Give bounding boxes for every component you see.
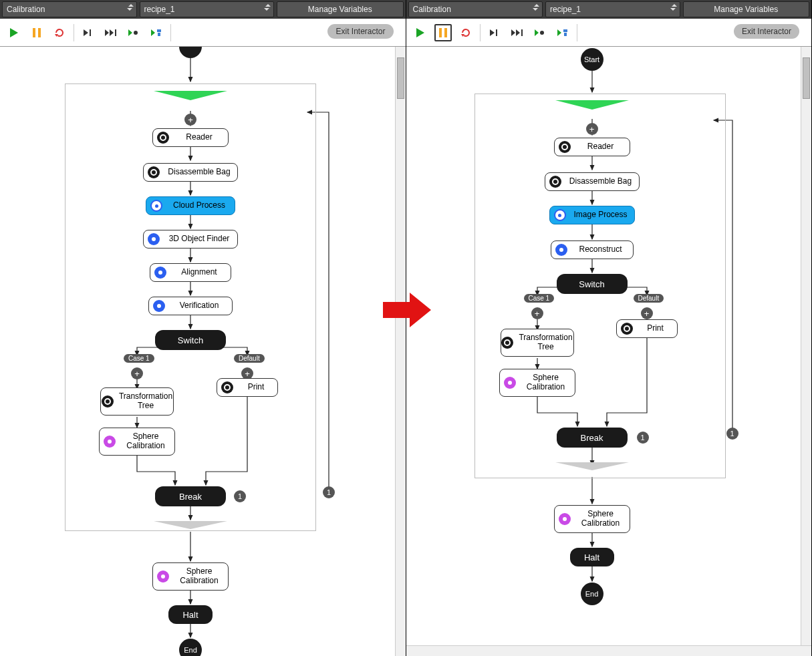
svg-marker-38	[535, 29, 539, 36]
process-icon	[554, 209, 566, 221]
vertical-scrollbar[interactable]	[395, 47, 406, 656]
project-dropdown-label: Calibration	[7, 5, 45, 14]
project-dropdown[interactable]: Calibration	[408, 1, 543, 17]
sphere-calibration-node[interactable]: Sphere Calibration	[499, 369, 575, 397]
svg-marker-9	[128, 29, 132, 36]
recipe-dropdown-label: recipe_1	[144, 5, 175, 14]
svg-marker-35	[511, 29, 515, 36]
step-to-cursor-button[interactable]	[531, 24, 549, 41]
svg-rect-30	[439, 28, 442, 37]
print-node[interactable]: Print	[217, 378, 278, 397]
add-port-icon[interactable]	[586, 123, 598, 135]
case1-tag: Case 1	[124, 354, 154, 363]
add-port-icon[interactable]	[131, 367, 143, 379]
disassemble-node[interactable]: Disassemble Bag	[143, 163, 238, 182]
manage-variables-button[interactable]: Manage Variables	[277, 1, 404, 17]
step-over-button[interactable]	[486, 24, 503, 41]
play-button[interactable]	[412, 24, 429, 41]
gear-icon	[549, 176, 561, 188]
flow-canvas-right[interactable]: Start Reader Disassemble Bag Image Proce…	[406, 47, 812, 656]
disassemble-node[interactable]: Disassemble Bag	[545, 172, 640, 191]
step-into-button[interactable]	[102, 24, 120, 41]
topbar: Calibration recipe_1 Manage Variables	[0, 0, 406, 19]
pause-button[interactable]	[434, 24, 452, 41]
cloud-process-node[interactable]: Cloud Process	[146, 196, 235, 215]
step-robot-button[interactable]	[554, 24, 571, 41]
switch-node[interactable]: Switch	[155, 330, 226, 350]
gear-icon	[102, 395, 114, 407]
recipe-dropdown[interactable]: recipe_1	[545, 1, 680, 17]
break-node[interactable]: Break	[557, 428, 628, 448]
sphere-calibration-node-2[interactable]: Sphere Calibration	[152, 562, 229, 591]
halt-node[interactable]: Halt	[168, 605, 213, 624]
flow-canvas-left[interactable]: Reader Disassemble Bag Cloud Process 3D …	[0, 47, 406, 656]
play-button[interactable]	[5, 24, 23, 41]
reconstruct-node[interactable]: Reconstruct	[551, 240, 634, 259]
exit-interactor-button[interactable]: Exit Interactor	[734, 24, 799, 39]
sphere-calibration-node[interactable]: Sphere Calibration	[99, 428, 175, 456]
restart-button[interactable]	[51, 24, 68, 41]
alignment-node[interactable]: Alignment	[150, 263, 231, 282]
right-pane: Calibration recipe_1 Manage Variables Ex…	[406, 0, 813, 656]
svg-rect-34	[496, 29, 497, 36]
region-exit-icon	[555, 462, 629, 470]
step-into-button[interactable]	[509, 24, 526, 41]
print-node[interactable]: Print	[616, 319, 678, 338]
region-exit-icon	[154, 521, 227, 529]
gear-icon	[148, 166, 160, 178]
svg-marker-33	[490, 29, 495, 36]
sphere-icon	[559, 513, 571, 525]
verification-node[interactable]: Verification	[148, 297, 233, 315]
end-node[interactable]: End	[179, 639, 202, 656]
halt-node[interactable]: Halt	[570, 548, 614, 566]
svg-point-10	[134, 31, 138, 35]
svg-rect-12	[157, 29, 161, 32]
break-node[interactable]: Break	[155, 486, 226, 506]
image-process-node[interactable]: Image Process	[549, 206, 635, 224]
transformation-tree-node[interactable]: Transformation Tree	[100, 387, 174, 416]
toolbar-separator	[74, 24, 74, 41]
add-port-icon[interactable]	[184, 114, 196, 126]
topbar: Calibration recipe_1 Manage Variables	[406, 0, 812, 19]
transformation-tree-node[interactable]: Transformation Tree	[501, 329, 574, 357]
step-over-button[interactable]	[80, 24, 97, 41]
project-dropdown-label: Calibration	[413, 5, 451, 14]
recipe-dropdown[interactable]: recipe_1	[140, 1, 275, 17]
toolbar-separator	[577, 24, 577, 41]
svg-marker-56	[383, 293, 431, 327]
reader-node[interactable]: Reader	[554, 138, 630, 156]
switch-node[interactable]: Switch	[557, 274, 628, 294]
start-node[interactable]	[179, 47, 202, 58]
gear-icon	[221, 381, 233, 393]
sphere-icon	[104, 436, 116, 448]
step-to-cursor-button[interactable]	[125, 24, 142, 41]
svg-marker-11	[151, 29, 155, 36]
horizontal-scrollbar[interactable]	[406, 645, 812, 656]
add-port-icon[interactable]	[531, 307, 543, 319]
pause-button[interactable]	[28, 24, 45, 41]
svg-rect-42	[564, 33, 567, 36]
sphere-calibration-node-2[interactable]: Sphere Calibration	[554, 505, 630, 533]
step-robot-button[interactable]	[148, 24, 165, 41]
gear-icon	[157, 132, 169, 144]
svg-marker-40	[557, 29, 561, 36]
svg-rect-5	[90, 29, 91, 36]
restart-button[interactable]	[457, 24, 475, 41]
exit-interactor-button[interactable]: Exit Interactor	[327, 24, 393, 39]
gear-icon	[621, 323, 633, 335]
reader-node[interactable]: Reader	[152, 128, 229, 147]
svg-rect-41	[563, 29, 567, 32]
lens-icon	[154, 267, 166, 279]
svg-rect-31	[444, 28, 447, 37]
manage-variables-button[interactable]: Manage Variables	[683, 1, 810, 17]
start-node[interactable]: Start	[581, 48, 603, 71]
vertical-scrollbar[interactable]	[801, 47, 811, 656]
left-pane: Calibration recipe_1 Manage Variables Ex…	[0, 0, 406, 656]
add-port-icon[interactable]	[641, 307, 653, 319]
project-dropdown[interactable]: Calibration	[2, 1, 137, 17]
lens-icon	[153, 300, 165, 312]
svg-rect-37	[521, 29, 523, 36]
break-counter	[637, 432, 649, 444]
end-node[interactable]: End	[581, 583, 603, 605]
object-finder-node[interactable]: 3D Object Finder	[143, 230, 238, 249]
